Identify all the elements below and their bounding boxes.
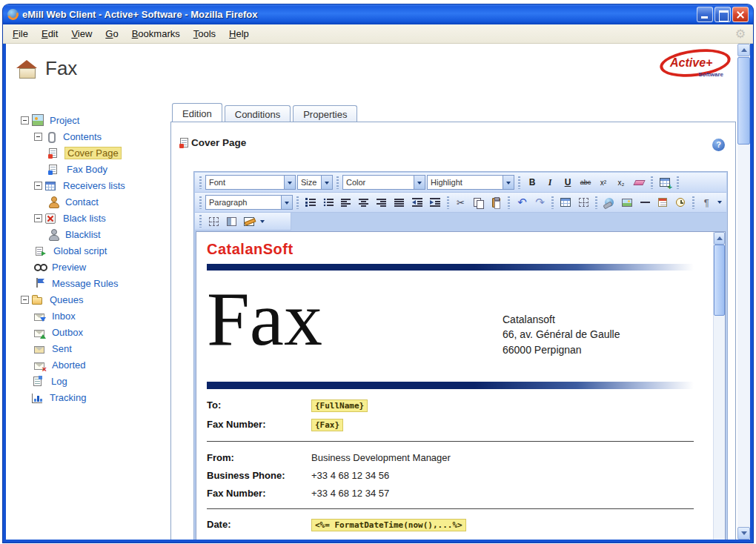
copy-button[interactable] [471,194,487,210]
bullet-list-button[interactable] [320,194,336,210]
sidebar-item-fax-body[interactable]: Fax Body [10,161,170,177]
toolbar-grip[interactable] [199,176,202,189]
collapse-icon[interactable] [34,133,42,141]
sidebar-item-black-lists[interactable]: Black lists [10,210,170,226]
paragraph-select[interactable]: Paragraph [205,195,293,210]
subscript-button[interactable]: x₂ [613,174,629,190]
minimize-button[interactable] [697,7,713,22]
title-bar[interactable]: eMill Web Client - Active+ Software - Mo… [3,4,753,24]
tab-conditions[interactable]: Conditions [225,105,291,122]
toolbar-grip[interactable] [508,196,510,209]
toolbar-grip[interactable] [199,215,202,228]
sidebar-item-tracking[interactable]: Tracking [10,389,170,405]
bold-button[interactable]: B [524,174,540,190]
chevron-down-icon[interactable] [321,176,332,189]
draw-table-button[interactable] [241,213,257,230]
insert-link-button[interactable] [601,194,617,210]
fullname-token[interactable]: {FullName} [311,399,368,412]
insert-image-button[interactable] [619,194,635,210]
shading-button[interactable] [223,213,239,230]
decrease-indent-button[interactable] [409,194,425,210]
toolbar-grip[interactable] [199,196,202,209]
menu-view[interactable]: View [64,26,99,42]
cell-borders-button[interactable] [575,194,591,210]
sidebar-item-aborted[interactable]: Aborted [10,356,170,373]
tab-edition[interactable]: Edition [172,103,222,122]
chevron-down-icon[interactable] [503,176,514,189]
border-style-button[interactable] [205,213,222,230]
toolbar-grip[interactable] [677,176,679,189]
sidebar-item-preview[interactable]: Preview [10,259,170,275]
sidebar-item-message-rules[interactable]: Message Rules [10,275,170,291]
page-scrollbar[interactable] [737,44,750,540]
close-button[interactable] [732,7,749,22]
chevron-down-icon[interactable] [414,176,425,189]
more-options-button[interactable] [716,196,724,208]
align-center-button[interactable] [356,194,372,210]
sidebar-item-inbox[interactable]: Inbox [10,308,170,324]
menu-help[interactable]: Help [222,26,256,42]
align-justify-button[interactable] [391,194,408,210]
chevron-down-icon[interactable] [284,176,295,189]
more-options-button[interactable] [259,216,267,228]
table-properties-button[interactable] [557,194,574,210]
maximize-button[interactable] [714,7,731,22]
sidebar-item-log[interactable]: Log [10,373,170,389]
align-left-button[interactable] [338,194,354,210]
insert-time-button[interactable] [672,194,689,210]
collapse-icon[interactable] [34,182,42,190]
cut-button[interactable]: ✂ [453,194,469,210]
superscript-button[interactable]: x² [595,174,611,190]
toolbar-grip[interactable] [296,196,299,209]
redo-button[interactable]: ↷ [531,194,548,210]
menu-go[interactable]: Go [99,26,125,42]
sidebar-item-blacklist[interactable]: Blacklist [10,226,170,242]
clear-format-button[interactable] [631,174,647,190]
editor-scrollbar[interactable] [713,232,725,540]
sidebar-item-project[interactable]: Project [10,112,170,128]
sidebar-item-sent[interactable]: Sent [10,340,170,356]
toolbar-grip[interactable] [447,196,449,209]
paragraph-mark-button[interactable]: ¶ [698,194,714,210]
chevron-down-icon[interactable] [281,196,292,209]
underline-button[interactable]: U [560,174,576,190]
tab-properties[interactable]: Properties [293,105,357,122]
insert-table-button[interactable] [657,174,673,190]
color-select[interactable]: Color [342,175,425,190]
highlight-select[interactable]: Highlight [427,175,514,190]
collapse-icon[interactable] [34,214,42,222]
sidebar-item-contents[interactable]: Contents [10,128,170,145]
date-token[interactable]: <%= FormatDateTime(now(),...%> [311,519,466,531]
scroll-down-button[interactable] [737,527,750,540]
undo-button[interactable]: ↶ [514,194,530,210]
numbered-list-button[interactable] [302,194,319,210]
sidebar-item-contact[interactable]: Contact [10,193,170,210]
align-right-button[interactable] [374,194,390,210]
scroll-up-button[interactable] [714,232,725,245]
toolbar-grip[interactable] [518,176,520,189]
toolbar-grip[interactable] [595,196,597,209]
font-select[interactable]: Font [205,175,296,190]
sidebar-item-queues[interactable]: Queues [10,291,170,308]
insert-rule-button[interactable] [637,194,653,210]
scroll-up-button[interactable] [737,44,750,56]
increase-indent-button[interactable] [427,194,443,210]
menu-tools[interactable]: Tools [187,26,222,42]
scrollbar-thumb[interactable] [737,57,750,145]
fax-token[interactable]: {Fax} [311,419,343,431]
toolbar-grip[interactable] [692,196,694,209]
sidebar-item-cover-page[interactable]: Cover Page [10,145,170,161]
collapse-icon[interactable] [21,116,29,125]
strikethrough-button[interactable]: abc [577,174,594,190]
sidebar-item-outbox[interactable]: Outbox [10,324,170,340]
size-select[interactable]: Size [297,175,333,190]
menu-edit[interactable]: Edit [35,26,64,42]
fax-cover-document[interactable]: CatalanSoft Fax Catalansoft 66, av. Géné… [196,232,713,540]
menu-file[interactable]: File [6,26,35,42]
toolbar-grip[interactable] [651,176,653,189]
paste-button[interactable] [488,194,505,210]
help-icon[interactable] [712,139,725,151]
toolbar-grip[interactable] [336,176,339,189]
insert-date-button[interactable] [654,194,671,210]
toolbar-grip[interactable] [551,196,554,209]
